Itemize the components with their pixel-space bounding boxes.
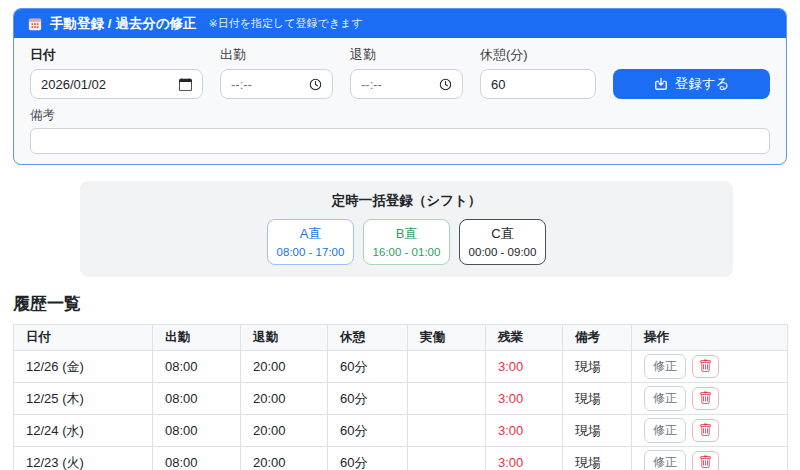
entry-form-row: 日付 2026/01/02 出勤 --:-- bbox=[30, 46, 770, 99]
history-title: 履歴一覧 bbox=[13, 292, 787, 315]
edit-button[interactable]: 修正 bbox=[644, 386, 686, 411]
clock-out-input[interactable]: --:-- bbox=[350, 69, 463, 99]
trash-icon bbox=[699, 423, 712, 437]
note-label: 備考 bbox=[30, 107, 770, 124]
clock-in-cell: 08:00 bbox=[153, 415, 241, 447]
clock-in-cell: 08:00 bbox=[153, 447, 241, 470]
actual-cell bbox=[408, 383, 486, 415]
clock-icon[interactable] bbox=[439, 78, 452, 91]
delete-button[interactable] bbox=[692, 387, 719, 410]
break-cell: 60分 bbox=[328, 447, 408, 470]
clock-in-input[interactable]: --:-- bbox=[220, 69, 333, 99]
trash-icon bbox=[699, 359, 712, 373]
actual-cell bbox=[408, 351, 486, 383]
date-cell: 12/25 (木) bbox=[14, 383, 153, 415]
table-row: 12/24 (水)08:0020:0060分3:00現場修正 bbox=[14, 415, 788, 447]
break-field: 休憩(分) 60 bbox=[480, 46, 596, 99]
date-cell: 12/23 (火) bbox=[14, 447, 153, 470]
note-cell: 現場 bbox=[563, 383, 632, 415]
calendar-icon bbox=[28, 17, 42, 31]
shift-button[interactable]: C直 00:00 - 09:00 bbox=[459, 219, 546, 265]
break-input[interactable]: 60 bbox=[480, 69, 596, 99]
actions-cell: 修正 bbox=[632, 447, 788, 470]
register-button-label: 登録する bbox=[675, 75, 730, 93]
edit-button[interactable]: 修正 bbox=[644, 354, 686, 379]
column-header: 操作 bbox=[632, 325, 788, 351]
clock-out-cell: 20:00 bbox=[241, 351, 328, 383]
overtime-cell: 3:00 bbox=[486, 351, 563, 383]
history-table: 日付出勤退勤休憩実働残業備考操作 12/26 (金)08:0020:0060分3… bbox=[13, 324, 788, 470]
clock-out-cell: 20:00 bbox=[241, 415, 328, 447]
clock-out-cell: 20:00 bbox=[241, 447, 328, 470]
actions-cell: 修正 bbox=[632, 351, 788, 383]
column-header: 残業 bbox=[486, 325, 563, 351]
overtime-cell: 3:00 bbox=[486, 415, 563, 447]
shift-name: B直 bbox=[368, 225, 445, 243]
note-cell: 現場 bbox=[563, 351, 632, 383]
table-row: 12/26 (金)08:0020:0060分3:00現場修正 bbox=[14, 351, 788, 383]
calendar-icon[interactable] bbox=[179, 78, 192, 91]
register-button[interactable]: 登録する bbox=[613, 69, 770, 99]
clock-out-label: 退勤 bbox=[350, 46, 463, 64]
shift-time: 16:00 - 01:00 bbox=[368, 246, 445, 258]
clock-icon[interactable] bbox=[309, 78, 322, 91]
history-header-row: 日付出勤退勤休憩実働残業備考操作 bbox=[14, 325, 788, 351]
note-input[interactable] bbox=[30, 128, 770, 154]
manual-entry-panel: 手動登録 / 過去分の修正 ※日付を指定して登録できます 日付 2026/01/… bbox=[13, 8, 787, 165]
panel-title: 手動登録 / 過去分の修正 bbox=[50, 15, 197, 33]
trash-icon bbox=[699, 455, 712, 469]
panel-header: 手動登録 / 過去分の修正 ※日付を指定して登録できます bbox=[14, 9, 786, 38]
clock-in-value: --:-- bbox=[231, 77, 252, 92]
date-cell: 12/26 (金) bbox=[14, 351, 153, 383]
panel-subtitle: ※日付を指定して登録できます bbox=[209, 16, 363, 31]
table-row: 12/23 (火)08:0020:0060分3:00現場修正 bbox=[14, 447, 788, 470]
break-cell: 60分 bbox=[328, 415, 408, 447]
break-value: 60 bbox=[491, 77, 505, 92]
date-label: 日付 bbox=[30, 46, 203, 64]
column-header: 休憩 bbox=[328, 325, 408, 351]
save-icon bbox=[654, 77, 668, 91]
clock-out-field: 退勤 --:-- bbox=[350, 46, 463, 99]
note-cell: 現場 bbox=[563, 447, 632, 470]
break-cell: 60分 bbox=[328, 383, 408, 415]
overtime-cell: 3:00 bbox=[486, 447, 563, 470]
column-header: 退勤 bbox=[241, 325, 328, 351]
delete-button[interactable] bbox=[692, 355, 719, 378]
shift-time: 08:00 - 17:00 bbox=[272, 246, 349, 258]
date-input[interactable]: 2026/01/02 bbox=[30, 69, 203, 99]
delete-button[interactable] bbox=[692, 419, 719, 442]
actions-cell: 修正 bbox=[632, 383, 788, 415]
date-cell: 12/24 (水) bbox=[14, 415, 153, 447]
shift-button[interactable]: A直 08:00 - 17:00 bbox=[267, 219, 354, 265]
note-field: 備考 bbox=[30, 107, 770, 154]
actions-cell: 修正 bbox=[632, 415, 788, 447]
column-header: 備考 bbox=[563, 325, 632, 351]
note-cell: 現場 bbox=[563, 415, 632, 447]
actual-cell bbox=[408, 447, 486, 470]
shift-name: A直 bbox=[272, 225, 349, 243]
column-header: 実働 bbox=[408, 325, 486, 351]
panel-body: 日付 2026/01/02 出勤 --:-- bbox=[14, 38, 786, 164]
shift-section: 定時一括登録（シフト） A直 08:00 - 17:00 B直 16:00 - … bbox=[80, 181, 733, 277]
trash-icon bbox=[699, 391, 712, 405]
table-row: 12/25 (木)08:0020:0060分3:00現場修正 bbox=[14, 383, 788, 415]
shift-button[interactable]: B直 16:00 - 01:00 bbox=[363, 219, 450, 265]
clock-out-cell: 20:00 bbox=[241, 383, 328, 415]
clock-out-value: --:-- bbox=[361, 77, 382, 92]
shift-section-title: 定時一括登録（シフト） bbox=[90, 192, 723, 210]
date-field: 日付 2026/01/02 bbox=[30, 46, 203, 99]
delete-button[interactable] bbox=[692, 451, 719, 470]
clock-in-label: 出勤 bbox=[220, 46, 333, 64]
break-label: 休憩(分) bbox=[480, 46, 596, 64]
clock-in-field: 出勤 --:-- bbox=[220, 46, 333, 99]
edit-button[interactable]: 修正 bbox=[644, 450, 686, 470]
shift-time: 00:00 - 09:00 bbox=[464, 246, 541, 258]
column-header: 出勤 bbox=[153, 325, 241, 351]
break-cell: 60分 bbox=[328, 351, 408, 383]
shift-name: C直 bbox=[464, 225, 541, 243]
edit-button[interactable]: 修正 bbox=[644, 418, 686, 443]
column-header: 日付 bbox=[14, 325, 153, 351]
shift-buttons: A直 08:00 - 17:00 B直 16:00 - 01:00 C直 00:… bbox=[90, 219, 723, 265]
clock-in-cell: 08:00 bbox=[153, 351, 241, 383]
date-value: 2026/01/02 bbox=[41, 77, 106, 92]
